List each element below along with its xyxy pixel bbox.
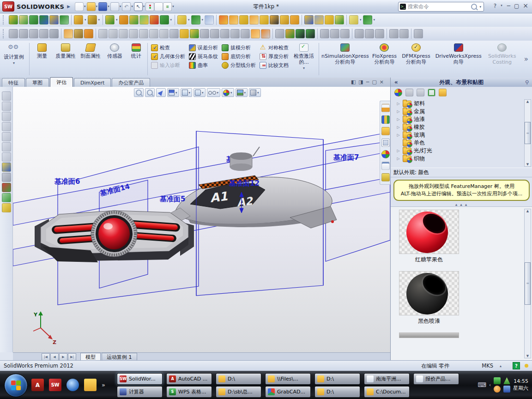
tray-orange-icon[interactable] <box>494 386 501 393</box>
rebuild-button[interactable] <box>145 2 154 11</box>
material-swatch-red[interactable] <box>399 210 459 254</box>
curve-icon[interactable] <box>39 15 48 24</box>
hide-show-items-button[interactable]: ▾ <box>207 88 221 97</box>
gray4-icon[interactable] <box>355 29 364 38</box>
collapse-pane-button[interactable]: « <box>391 79 402 85</box>
cone-icon[interactable] <box>84 29 93 38</box>
start-button[interactable] <box>4 374 28 397</box>
appearances-tab-icon[interactable] <box>381 150 390 158</box>
bend-icon[interactable] <box>19 29 28 38</box>
gray6-icon[interactable] <box>375 29 384 38</box>
view-settings-button[interactable]: ▾ <box>249 88 261 97</box>
corner-icon[interactable] <box>74 29 83 38</box>
plane1-icon[interactable] <box>2 102 11 111</box>
combine-icon[interactable] <box>335 15 344 24</box>
open-button[interactable] <box>87 2 96 11</box>
tray-blue-icon[interactable] <box>503 386 510 393</box>
search-icon[interactable] <box>471 4 477 10</box>
open-book-icon[interactable] <box>251 29 260 38</box>
viewport-close-icon[interactable]: × <box>380 79 384 85</box>
gray7-icon[interactable] <box>389 29 399 38</box>
tool8-icon[interactable] <box>169 29 179 38</box>
taskbar-button[interactable]: \\Files\... <box>265 373 311 385</box>
chamfer-icon[interactable] <box>119 15 128 24</box>
taskbar-button[interactable]: AAutoCAD ... <box>166 373 212 385</box>
apply-scene-button[interactable]: ▾ <box>236 88 248 97</box>
spline-icon[interactable] <box>29 15 38 24</box>
pane-right-toggle-icon[interactable]: ◨ <box>358 79 363 85</box>
wrap-icon[interactable] <box>290 15 299 24</box>
custom-properties-icon[interactable] <box>381 162 390 170</box>
taskbar-button[interactable]: D:\ <box>216 373 261 385</box>
tree-item-lights[interactable]: ▷光/灯光 <box>396 147 532 155</box>
search-input[interactable]: 搜索命令 <box>408 3 469 10</box>
viewport-restore-icon[interactable]: ▢ <box>372 79 376 85</box>
doc-pane-icon[interactable] <box>2 91 11 101</box>
mate1-icon[interactable] <box>296 29 305 38</box>
gray1-icon[interactable] <box>320 29 329 38</box>
section-properties-button[interactable]: 剖面属性 <box>78 41 103 78</box>
tool9-icon[interactable] <box>200 29 209 38</box>
spanner-icon[interactable] <box>275 29 284 38</box>
display-style-button[interactable]: ▾ <box>193 88 206 97</box>
move-copy-icon[interactable] <box>304 15 314 24</box>
solidworks-quicklaunch-icon[interactable]: SW <box>49 379 61 391</box>
shell-icon[interactable] <box>129 15 139 24</box>
check-active-button[interactable]: 检查激活的... ▾ <box>290 41 317 78</box>
compare-documents-button[interactable]: 比较文档 <box>260 62 289 69</box>
curves-icon[interactable] <box>191 15 200 24</box>
tree-scrollbar[interactable]: ▲ ≡ ▼ <box>524 99 531 167</box>
design-study-button[interactable]: 设计算例 ▾ <box>0 41 28 78</box>
offset-icon[interactable] <box>60 15 69 24</box>
toolbar-grip[interactable] <box>3 15 6 24</box>
extrude-cut-icon[interactable] <box>88 15 97 24</box>
solidworks-resources-icon[interactable] <box>381 104 390 112</box>
autocad-quicklaunch-icon[interactable]: A <box>31 379 44 391</box>
tree-item-glass[interactable]: ▷玻璃 <box>396 131 532 139</box>
taskbar-button[interactable]: D:\sb\总... <box>216 386 261 398</box>
tool11-icon[interactable] <box>220 29 230 38</box>
plane-label-7[interactable]: 基准面7 <box>333 153 359 162</box>
quicklaunch-more-chevron[interactable]: » <box>102 381 105 388</box>
tool4-icon[interactable] <box>129 29 138 38</box>
sensor-button[interactable]: 传感器 <box>103 41 126 78</box>
reference-geometry-icon[interactable] <box>177 15 187 24</box>
pin-icon[interactable]: ⚲ <box>521 79 532 85</box>
restore-button[interactable]: ▢ <box>514 3 519 9</box>
graphics-viewport[interactable]: 基准面9 A1 A2 <box>13 87 390 352</box>
mass-properties-button[interactable]: 质量属性 <box>53 41 78 78</box>
media-player-quicklaunch-icon[interactable] <box>66 379 79 391</box>
file-properties-button[interactable] <box>154 2 163 11</box>
sweep-icon[interactable] <box>219 15 228 24</box>
options-button[interactable]: ≣ <box>163 2 172 11</box>
yellowdoc-icon[interactable] <box>2 203 11 212</box>
tab-office-products[interactable]: 办公室产品 <box>112 78 150 87</box>
undercut-analysis-button[interactable]: 底切分析 <box>222 53 256 60</box>
menu-expand-arrow-icon[interactable]: ▶ <box>67 4 70 9</box>
gray9-icon[interactable] <box>414 29 423 38</box>
scroll-down-icon[interactable]: ▼ <box>526 354 529 358</box>
mirror-icon[interactable] <box>325 15 334 24</box>
folder-quicklaunch-icon[interactable] <box>84 379 97 391</box>
tree-scroll-thumb[interactable]: ≡ <box>525 122 531 144</box>
tool5-icon[interactable] <box>139 29 148 38</box>
scroll-down-icon[interactable]: ▼ <box>526 163 529 166</box>
plane6-icon[interactable] <box>2 152 11 162</box>
refresh-icon[interactable] <box>428 89 435 97</box>
pane-left-toggle-icon[interactable]: ◧ <box>351 79 356 85</box>
instant3d-icon[interactable] <box>205 15 214 24</box>
scene-tb-icon[interactable] <box>190 29 199 38</box>
view-selector-button[interactable] <box>156 88 166 97</box>
greendoc-icon[interactable] <box>2 193 11 202</box>
material-swatch-partial[interactable] <box>399 332 459 338</box>
tool3-icon[interactable] <box>119 29 128 38</box>
tray-green-icon[interactable] <box>494 377 501 384</box>
toolbox-icon[interactable] <box>285 29 295 38</box>
taskbar-button[interactable]: D:\ <box>314 373 360 385</box>
taskbar-button[interactable]: D:\ <box>314 386 360 398</box>
tree-item-fabric[interactable]: ▷织物 <box>396 155 532 163</box>
tool2-icon[interactable] <box>109 29 118 38</box>
annotate-icon[interactable] <box>2 163 11 172</box>
thickness-analysis-button[interactable]: 厚度分析 <box>260 53 289 60</box>
status-units[interactable]: MKS <box>482 363 493 369</box>
